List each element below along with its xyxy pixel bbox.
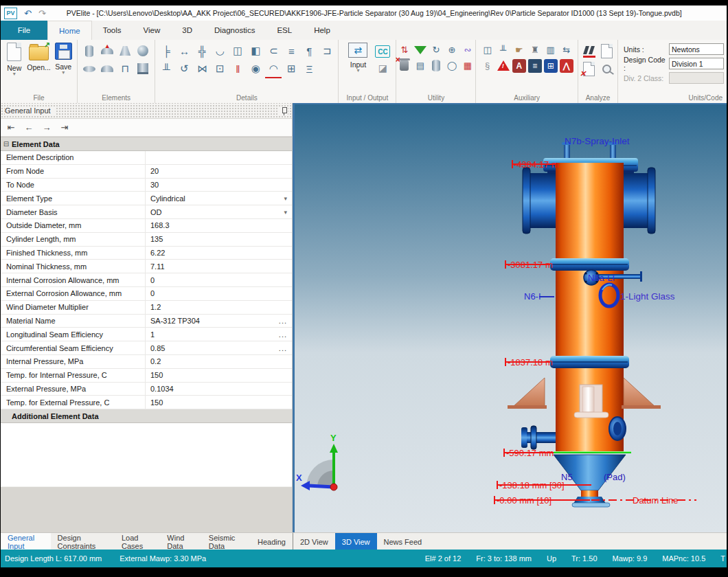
value-temp-external[interactable]: 150 [146, 396, 292, 409]
shell-plates-icon[interactable]: ◫ [480, 43, 494, 57]
menu-tab-diagnostics[interactable]: Diagnostics [203, 21, 266, 40]
save-button[interactable]: Save ▾ [54, 43, 74, 75]
skirt-support-icon[interactable] [135, 60, 151, 77]
drum-icon[interactable]: ▤ [413, 58, 427, 73]
value-long-seam-eff[interactable]: 1... [146, 328, 292, 341]
press-icon[interactable]: ╨ [496, 43, 510, 57]
menu-tab-view[interactable]: View [133, 21, 172, 40]
tab-heading[interactable]: Heading [251, 533, 293, 550]
hemispherical-head-icon[interactable] [99, 60, 115, 77]
pin-icon[interactable] [279, 106, 288, 115]
calculator-icon[interactable]: ⊞ [543, 58, 558, 73]
tab-seismic-data[interactable]: Seismic Data [202, 533, 251, 550]
value-external-corrosion[interactable]: 0 [146, 287, 292, 300]
select-ellipse-icon[interactable]: ◯ [444, 58, 459, 73]
3d-viewport[interactable]: Y X -4384.17 m -3081.17 m -1837.18 m -59… [293, 103, 727, 532]
script-icon[interactable]: § [480, 58, 494, 73]
brace-icon[interactable]: ⋈ [194, 60, 210, 77]
convert-units-icon[interactable]: ⇆ [559, 43, 573, 57]
mesh-icon[interactable]: ▦ [460, 58, 475, 73]
tab-wind-data[interactable]: Wind Data [160, 533, 202, 550]
elliptical-head-icon[interactable] [81, 60, 98, 77]
tab-news-feed[interactable]: News Feed [377, 533, 429, 550]
menu-tab-3d[interactable]: 3D [171, 21, 203, 40]
previous-element-button[interactable]: ← [21, 121, 36, 134]
undo-icon[interactable]: ↶ [24, 8, 32, 19]
value-to-node[interactable]: 30 [146, 179, 292, 192]
lug-icon[interactable]: ¶ [301, 43, 317, 59]
tower-icon[interactable]: ♜ [527, 43, 542, 57]
cc-icon[interactable]: CC [375, 44, 390, 59]
menu-tab-home[interactable]: Home [47, 21, 92, 40]
analyze-run-icon[interactable] [581, 43, 598, 59]
stiffener-icon[interactable]: ⊞ [283, 60, 299, 77]
value-element-type[interactable]: Cylindrical▾ [146, 192, 292, 205]
design-code-field[interactable] [669, 58, 724, 69]
element-spacing-icon[interactable]: ↔ [176, 43, 192, 59]
value-cylinder-length[interactable]: 135 [146, 233, 292, 246]
menu-tab-help[interactable]: Help [303, 21, 341, 40]
error-check-icon[interactable]: ✕ [581, 60, 598, 77]
lining-icon[interactable]: ◠ [265, 60, 282, 78]
weight-icon[interactable]: ‖ [229, 60, 246, 77]
material-browse-button[interactable]: ... [279, 317, 287, 325]
units-field[interactable] [669, 43, 724, 55]
jacket-icon[interactable]: ⊂ [265, 43, 282, 59]
trays-icon[interactable]: ≡ [283, 43, 299, 59]
body-flange-icon[interactable]: ⊓ [117, 60, 133, 77]
value-material-name[interactable]: SA-312 TP304... [146, 315, 292, 328]
open-button[interactable]: ↗ Open... [27, 43, 51, 71]
last-element-button[interactable]: ⇥ [57, 121, 72, 134]
packing-icon[interactable]: ⊡ [212, 60, 228, 77]
value-temp-internal[interactable]: 150 [146, 369, 292, 382]
value-diameter-basis[interactable]: OD▾ [146, 205, 292, 218]
rotate-detail-icon[interactable]: ↺ [176, 60, 192, 77]
funnel-icon[interactable] [413, 43, 427, 57]
delete-element-icon[interactable] [397, 58, 411, 73]
cylinder-element-icon[interactable] [81, 43, 98, 59]
additional-element-data-section[interactable]: Additional Element Data [1, 409, 292, 423]
welded-sphere-icon[interactable] [135, 43, 151, 59]
nozzle-detail-icon[interactable]: ╞ [158, 43, 174, 59]
diameter-basis-dropdown[interactable]: ▾ [284, 209, 287, 216]
input-button[interactable]: ⇄ Input ▾ [345, 43, 371, 73]
cone-element-icon[interactable] [117, 43, 133, 59]
tab-load-cases[interactable]: Load Cases [115, 533, 160, 550]
image-export-icon[interactable]: ◪ [375, 60, 390, 76]
basering-icon[interactable]: ╨ [158, 60, 174, 77]
shell-cylinder-icon[interactable] [429, 58, 443, 73]
value-finished-thickness[interactable]: 6.22 [146, 247, 292, 260]
first-element-button[interactable]: ⇤ [3, 121, 19, 134]
preview-icon[interactable] [599, 60, 615, 77]
platform-icon[interactable]: ╬ [194, 43, 210, 59]
value-internal-pressure[interactable]: 0.2 [146, 355, 292, 368]
menu-tab-tools[interactable]: Tools [92, 21, 133, 40]
save-dropdown-caret[interactable]: ▾ [62, 71, 65, 75]
new-dropdown-caret[interactable]: ▾ [13, 72, 16, 76]
ruler-icon[interactable]: ▥ [543, 43, 558, 57]
element-data-section[interactable]: ⊟ Element Data [1, 137, 292, 151]
report-icon[interactable] [599, 43, 615, 59]
nozzle-element-icon[interactable]: ▲ [99, 43, 115, 59]
value-wind-diameter[interactable]: 1.2 [146, 301, 292, 314]
tab-3d-view[interactable]: 3D View [335, 533, 377, 550]
zoom-2d-icon[interactable]: ⊕ [444, 43, 459, 57]
menu-tab-file[interactable]: File [1, 21, 47, 40]
element-type-dropdown[interactable]: ▾ [284, 195, 287, 202]
saddle-icon[interactable]: ◡ [212, 43, 228, 59]
ring-icon[interactable]: ◉ [247, 60, 264, 77]
endcap-icon[interactable]: ⊐ [319, 43, 335, 59]
hand-pick-icon[interactable]: ☛ [512, 43, 526, 57]
value-element-description[interactable] [146, 151, 292, 164]
value-outside-diameter[interactable]: 168.3 [146, 219, 292, 232]
access-icon[interactable]: A [512, 58, 526, 73]
value-external-pressure[interactable]: 0.1034 [146, 383, 292, 396]
list-input-icon[interactable]: ≡ [527, 58, 542, 73]
long-seam-browse-button[interactable]: ... [279, 330, 287, 339]
input-dropdown-caret[interactable]: ▾ [356, 69, 359, 73]
menu-tab-esl[interactable]: ESL [266, 21, 303, 40]
rotate-view-icon[interactable]: ↻ [429, 43, 443, 57]
new-button[interactable]: New ▾ [4, 43, 25, 76]
tab-2d-view[interactable]: 2D View [293, 533, 335, 550]
value-internal-corrosion[interactable]: 0 [146, 273, 292, 286]
